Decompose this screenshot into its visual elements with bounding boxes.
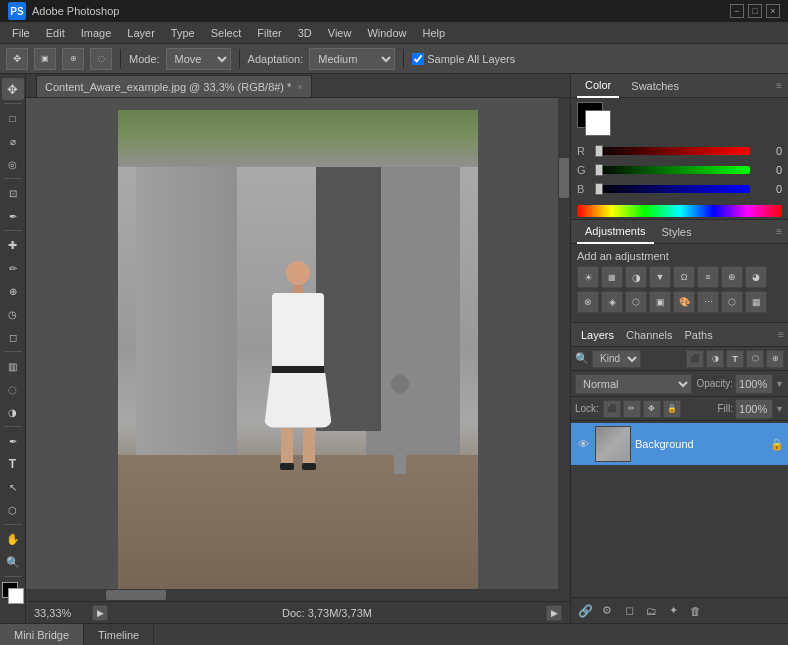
menu-type[interactable]: Type: [163, 22, 203, 44]
eraser-tool[interactable]: ◻: [2, 326, 24, 348]
shape-tool[interactable]: ⬡: [2, 499, 24, 521]
titlebar-controls[interactable]: − □ ×: [730, 4, 780, 18]
type-tool[interactable]: T: [2, 453, 24, 475]
adjustments-tab[interactable]: Adjustments: [577, 220, 654, 244]
levels-icon[interactable]: ▦: [601, 266, 623, 288]
menu-file[interactable]: File: [4, 22, 38, 44]
minimize-button[interactable]: −: [730, 4, 744, 18]
lasso-tool[interactable]: ⌀: [2, 130, 24, 152]
path-select-tool[interactable]: ↖: [2, 476, 24, 498]
adjustments-panel-menu[interactable]: ≡: [776, 226, 782, 237]
lock-move-icon[interactable]: ✥: [643, 400, 661, 418]
smart-filter-icon[interactable]: ⊕: [766, 350, 784, 368]
threshold-icon[interactable]: ⋯: [697, 291, 719, 313]
opacity-arrow[interactable]: ▼: [775, 379, 784, 389]
curves-icon[interactable]: ◑: [625, 266, 647, 288]
layers-panel-menu[interactable]: ≡: [778, 329, 784, 340]
zoom-icon[interactable]: ▶: [92, 605, 108, 621]
zoom-tool[interactable]: 🔍: [2, 551, 24, 573]
color-panel-menu[interactable]: ≡: [776, 80, 782, 91]
exposure-icon[interactable]: ▼: [649, 266, 671, 288]
paths-tab[interactable]: Paths: [679, 323, 719, 347]
red-thumb[interactable]: [595, 145, 603, 157]
adjustment-filter-icon[interactable]: ◑: [706, 350, 724, 368]
canvas-tab-close[interactable]: ×: [297, 82, 302, 92]
styles-tab[interactable]: Styles: [654, 220, 700, 244]
marquee-tool[interactable]: □: [2, 107, 24, 129]
mode-select[interactable]: Move Extend: [166, 48, 231, 70]
lock-position-icon[interactable]: ✏: [623, 400, 641, 418]
add-mask-icon[interactable]: ◻: [619, 601, 639, 621]
sample-all-layers-option[interactable]: Sample All Layers: [412, 53, 515, 65]
selective-color-icon[interactable]: ▦: [745, 291, 767, 313]
blue-slider[interactable]: [595, 185, 750, 193]
maximize-button[interactable]: □: [748, 4, 762, 18]
layer-visibility-eye[interactable]: 👁: [575, 436, 591, 452]
canvas-tab-active[interactable]: Content_Aware_example.jpg @ 33,3% (RGB/8…: [36, 75, 312, 97]
green-thumb[interactable]: [595, 164, 603, 176]
pen-tool[interactable]: ✒: [2, 430, 24, 452]
color-balance-icon[interactable]: ⊕: [721, 266, 743, 288]
scroll-thumb[interactable]: [559, 158, 569, 198]
menu-window[interactable]: Window: [359, 22, 414, 44]
sample-all-layers-checkbox[interactable]: [412, 53, 424, 65]
opacity-input[interactable]: [735, 374, 773, 394]
eyedropper-tool[interactable]: ✒: [2, 205, 24, 227]
pixel-filter-icon[interactable]: ⬛: [686, 350, 704, 368]
menu-view[interactable]: View: [320, 22, 360, 44]
color-swatches[interactable]: [2, 582, 24, 604]
tool-options-icon[interactable]: ✥: [6, 48, 28, 70]
blend-mode-select[interactable]: Normal Dissolve Multiply Screen Overlay: [575, 374, 692, 394]
horizontal-scrollbar[interactable]: [26, 589, 570, 601]
crop-tool[interactable]: ⊡: [2, 182, 24, 204]
shape-filter-icon[interactable]: ⬡: [746, 350, 764, 368]
blue-thumb[interactable]: [595, 183, 603, 195]
layer-kind-select[interactable]: Kind: [592, 350, 641, 368]
fill-arrow[interactable]: ▼: [775, 404, 784, 414]
options-rect-icon[interactable]: ▣: [34, 48, 56, 70]
clone-tool[interactable]: ⊕: [2, 280, 24, 302]
color-tab[interactable]: Color: [577, 74, 619, 98]
options-lasso-icon[interactable]: ⊕: [62, 48, 84, 70]
channel-mixer-icon[interactable]: ◈: [601, 291, 623, 313]
lock-all-icon[interactable]: 🔒: [663, 400, 681, 418]
menu-help[interactable]: Help: [415, 22, 454, 44]
blur-tool[interactable]: ◌: [2, 378, 24, 400]
adaptation-select[interactable]: Very Strict Strict Medium Loose Very Loo…: [309, 48, 395, 70]
brush-tool[interactable]: ✏: [2, 257, 24, 279]
brightness-contrast-icon[interactable]: ☀: [577, 266, 599, 288]
canvas-scroll[interactable]: [26, 98, 570, 601]
link-layers-icon[interactable]: 🔗: [575, 601, 595, 621]
close-button[interactable]: ×: [766, 4, 780, 18]
menu-image[interactable]: Image: [73, 22, 120, 44]
timeline-tab[interactable]: Timeline: [84, 624, 154, 646]
new-group-icon[interactable]: 🗂: [641, 601, 661, 621]
layer-item-background[interactable]: 👁 Background 🔒: [571, 423, 788, 465]
gradient-map-icon[interactable]: ⬡: [721, 291, 743, 313]
mini-bridge-tab[interactable]: Mini Bridge: [0, 624, 84, 646]
photo-filter-icon[interactable]: ⊗: [577, 291, 599, 313]
fg-bg-swatch[interactable]: [577, 102, 611, 136]
channels-tab[interactable]: Channels: [620, 323, 678, 347]
swatches-tab[interactable]: Swatches: [623, 74, 687, 98]
vibrance-icon[interactable]: Ω: [673, 266, 695, 288]
vertical-scrollbar[interactable]: [558, 98, 570, 601]
red-slider[interactable]: [595, 147, 750, 155]
fill-input[interactable]: [735, 399, 773, 419]
invert-icon[interactable]: ▣: [649, 291, 671, 313]
move-tool[interactable]: ✥: [2, 78, 24, 100]
history-tool[interactable]: ◷: [2, 303, 24, 325]
green-slider[interactable]: [595, 166, 750, 174]
menu-layer[interactable]: Layer: [119, 22, 163, 44]
hscroll-thumb[interactable]: [106, 590, 166, 600]
healing-tool[interactable]: ✚: [2, 234, 24, 256]
quick-select-tool[interactable]: ◎: [2, 153, 24, 175]
background-color[interactable]: [585, 110, 611, 136]
hsl-icon[interactable]: ≡: [697, 266, 719, 288]
dodge-tool[interactable]: ◑: [2, 401, 24, 423]
add-style-icon[interactable]: ⚙: [597, 601, 617, 621]
menu-filter[interactable]: Filter: [249, 22, 289, 44]
menu-select[interactable]: Select: [203, 22, 250, 44]
layers-tab[interactable]: Layers: [575, 323, 620, 347]
options-brush-icon[interactable]: ◌: [90, 48, 112, 70]
